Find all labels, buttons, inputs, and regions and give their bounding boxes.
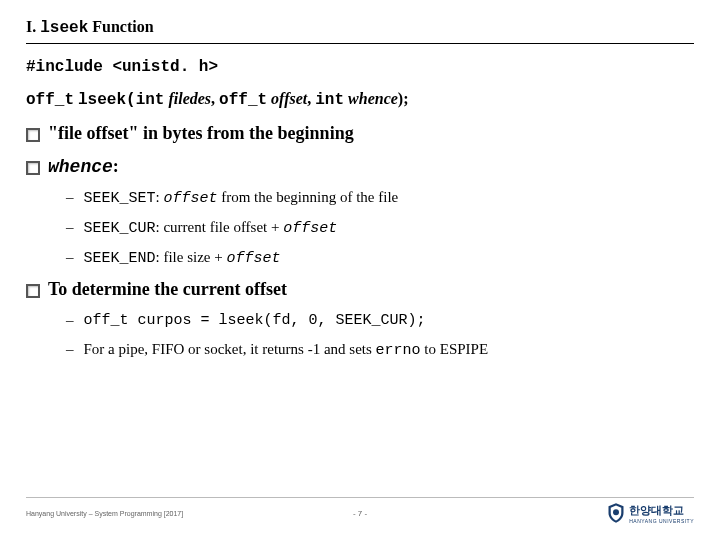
proto-arg3: whence bbox=[348, 90, 398, 107]
proto-type3: int bbox=[315, 91, 344, 109]
pipe-errno: errno bbox=[376, 342, 421, 359]
bullet3-text: To determine the current offset bbox=[48, 279, 287, 300]
bullet-box-icon bbox=[26, 161, 40, 175]
pipe-mid: to bbox=[421, 341, 440, 357]
seek-set-offset: offset bbox=[163, 190, 217, 207]
title-prefix: I. bbox=[26, 18, 36, 35]
pipe-espipe: ESPIPE bbox=[440, 341, 488, 357]
proto-name: lseek(int bbox=[78, 91, 164, 109]
footer-left: Hanyang University – System Programming … bbox=[26, 510, 183, 517]
sub-seek-set: – SEEK_SET: offset from the beginning of… bbox=[66, 189, 694, 207]
dash-icon: – bbox=[66, 189, 74, 207]
pipe-prefix: For a pipe, FIFO or socket, it returns -… bbox=[84, 341, 376, 357]
seek-cur-offset: offset bbox=[283, 220, 337, 237]
bullet2-suffix: : bbox=[113, 156, 119, 176]
seek-cur-prefix: current file offset + bbox=[160, 219, 284, 235]
bullet-box-icon bbox=[26, 128, 40, 142]
title-suffix: Function bbox=[92, 18, 153, 35]
bullet-whence: whence: bbox=[26, 156, 694, 177]
proto-arg1: filedes bbox=[168, 90, 211, 107]
page-number: - 7 - bbox=[353, 509, 367, 518]
bullet-file-offset: "file offset" in bytes from the beginnin… bbox=[26, 123, 694, 144]
function-prototype: off_t lseek(int filedes, off_t offset, i… bbox=[26, 90, 694, 109]
title-bar: I. lseek Function bbox=[26, 18, 694, 44]
seek-cur-label: SEEK_CUR bbox=[84, 220, 156, 237]
dash-icon: – bbox=[66, 219, 74, 237]
sub-seek-end: – SEEK_END: file size + offset bbox=[66, 249, 694, 267]
slide-title: I. lseek Function bbox=[26, 18, 694, 37]
university-shield-icon bbox=[607, 502, 625, 524]
proto-sep1: , bbox=[211, 90, 215, 107]
bullet-box-icon bbox=[26, 284, 40, 298]
svg-point-0 bbox=[613, 509, 619, 515]
university-name-en: HANYANG UNIVERSITY bbox=[629, 518, 694, 524]
bullet1-text: "file offset" in bytes from the beginnin… bbox=[48, 123, 354, 144]
proto-end: ); bbox=[398, 90, 409, 107]
sub-curpos-code: – off_t curpos = lseek(fd, 0, SEEK_CUR); bbox=[66, 312, 694, 329]
bullet-determine-offset: To determine the current offset bbox=[26, 279, 694, 300]
dash-icon: – bbox=[66, 249, 74, 267]
footer: Hanyang University – System Programming … bbox=[26, 497, 694, 524]
slide: I. lseek Function #include <unistd. h> o… bbox=[0, 0, 720, 540]
title-func: lseek bbox=[40, 19, 88, 37]
sub-seek-cur: – SEEK_CUR: current file offset + offset bbox=[66, 219, 694, 237]
seek-end-label: SEEK_END bbox=[84, 250, 156, 267]
bullet2-mono: whence bbox=[48, 157, 113, 177]
seek-set-rest: from the beginning of the file bbox=[217, 189, 398, 205]
footer-logo: 한양대학교 HANYANG UNIVERSITY bbox=[607, 502, 694, 524]
proto-arg2: offset bbox=[271, 90, 307, 107]
seek-set-label: SEEK_SET bbox=[84, 190, 156, 207]
university-name-kr: 한양대학교 bbox=[629, 503, 694, 518]
dash-icon: – bbox=[66, 312, 74, 329]
proto-type2: off_t bbox=[219, 91, 267, 109]
curpos-code: off_t curpos = lseek(fd, 0, SEEK_CUR); bbox=[84, 312, 426, 329]
proto-ret: off_t bbox=[26, 91, 74, 109]
seek-end-offset: offset bbox=[226, 250, 280, 267]
dash-icon: – bbox=[66, 341, 74, 359]
proto-sep2: , bbox=[307, 90, 311, 107]
logo-text-block: 한양대학교 HANYANG UNIVERSITY bbox=[629, 503, 694, 524]
seek-end-prefix: file size + bbox=[160, 249, 227, 265]
include-directive: #include <unistd. h> bbox=[26, 58, 694, 76]
sub-pipe-note: – For a pipe, FIFO or socket, it returns… bbox=[66, 341, 694, 359]
seek-set-colon: : bbox=[156, 189, 160, 205]
